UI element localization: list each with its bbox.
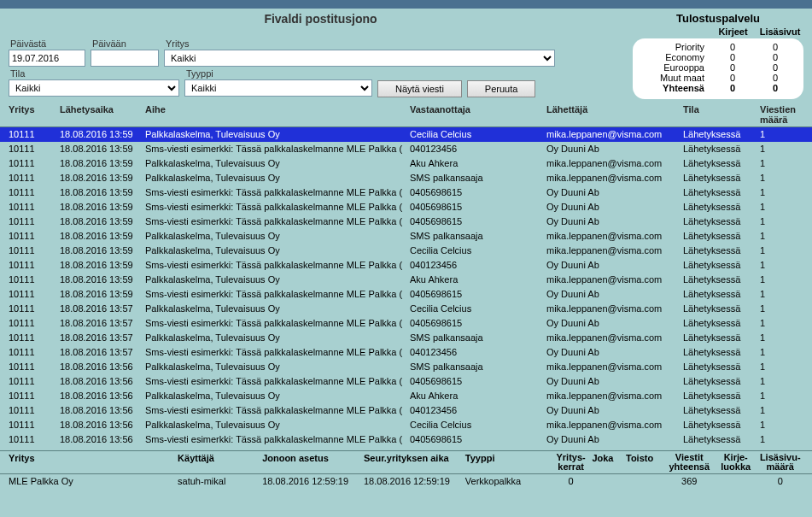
tp-label: Muut maat (640, 73, 711, 83)
cell-maara: 1 (760, 142, 794, 156)
cell-tila: Lähetyksessä (683, 185, 760, 200)
paivaan-input[interactable] (91, 50, 159, 67)
table-row[interactable]: 1011118.08.2016 13:59Palkkalaskelma, Tul… (0, 156, 812, 171)
cell-vastaanottaja: Cecilia Celcius (410, 418, 546, 432)
cell-vastaanottaja: Cecilia Celcius (410, 127, 546, 142)
tyyppi-label: Tyyppi (184, 68, 372, 79)
cell-aihe: Palkkalaskelma, Tulevaisuus Oy (145, 127, 410, 142)
yritys-select[interactable]: Kaikki (164, 50, 555, 67)
nayta-viesti-button[interactable]: Näytä viesti (377, 80, 462, 97)
summary-row[interactable]: MLE Palkka Oy satuh-mikal 18.08.2016 12:… (0, 474, 812, 488)
tp-kirjeet: 0 (711, 52, 754, 62)
cell-lahetys: 18.08.2016 13:59 (60, 273, 145, 287)
tila-select[interactable]: Kaikki (9, 79, 179, 97)
grid-body[interactable]: 1011118.08.2016 13:59Palkkalaskelma, Tul… (0, 127, 812, 447)
cell-lahettaja: mika.leppanen@visma.com (546, 418, 683, 432)
table-row[interactable]: 1011118.08.2016 13:59Palkkalaskelma, Tul… (0, 229, 812, 244)
tp-lisasivut: 0 (754, 42, 797, 52)
cell-yritys: 10111 (9, 389, 60, 403)
cell-aihe: Palkkalaskelma, Tulevaisuus Oy (145, 244, 410, 258)
tulostus-row: Economy00 (640, 52, 797, 62)
table-row[interactable]: 1011118.08.2016 13:59Sms-viesti esimerkk… (0, 142, 812, 156)
sr-yritys: MLE Palkka Oy (9, 476, 178, 486)
cell-lahettaja: mika.leppanen@visma.com (546, 156, 683, 171)
cell-yritys: 10111 (9, 200, 60, 214)
table-row[interactable]: 1011118.08.2016 13:59Palkkalaskelma, Tul… (0, 127, 812, 142)
table-row[interactable]: 1011118.08.2016 13:59Palkkalaskelma, Tul… (0, 273, 812, 287)
cell-yritys: 10111 (9, 418, 60, 432)
sr-toisto (626, 476, 664, 486)
cell-aihe: Sms-viesti esimerkki: Tässä palkkalaskel… (145, 345, 410, 360)
cell-yritys: 10111 (9, 185, 60, 200)
cell-maara: 1 (760, 287, 794, 302)
cell-lahetys: 18.08.2016 13:59 (60, 142, 145, 156)
table-row[interactable]: 1011118.08.2016 13:56Sms-viesti esimerkk… (0, 374, 812, 389)
cell-lahettaja: Oy Duuni Ab (546, 345, 683, 360)
cell-yritys: 10111 (9, 214, 60, 229)
sr-seur: 18.08.2016 12:59:19 (364, 476, 465, 486)
table-row[interactable]: 1011118.08.2016 13:56Palkkalaskelma, Tul… (0, 360, 812, 374)
tp-lisasivut: 0 (754, 73, 797, 83)
cell-yritys: 10111 (9, 403, 60, 418)
cell-maara: 1 (760, 331, 794, 345)
cell-aihe: Sms-viesti esimerkki: Tässä palkkalaskel… (145, 214, 410, 229)
cell-tila: Lähetyksessä (683, 127, 760, 142)
cell-aihe: Sms-viesti esimerkki: Tässä palkkalaskel… (145, 432, 410, 447)
table-row[interactable]: 1011118.08.2016 13:57Sms-viesti esimerkk… (0, 345, 812, 360)
cell-lahettaja: Oy Duuni Ab (546, 287, 683, 302)
cell-lahetys: 18.08.2016 13:59 (60, 156, 145, 171)
cell-tila: Lähetyksessä (683, 273, 760, 287)
cell-tila: Lähetyksessä (683, 302, 760, 316)
cell-aihe: Palkkalaskelma, Tulevaisuus Oy (145, 389, 410, 403)
table-row[interactable]: 1011118.08.2016 13:56Sms-viesti esimerkk… (0, 403, 812, 418)
tyyppi-select[interactable]: Kaikki (184, 79, 372, 97)
cell-vastaanottaja: 0405698615 (410, 432, 546, 447)
cell-vastaanottaja: 0405698615 (410, 287, 546, 302)
cell-vastaanottaja: 0405698615 (410, 214, 546, 229)
table-row[interactable]: 1011118.08.2016 13:59Sms-viesti esimerkk… (0, 200, 812, 214)
cell-lahetys: 18.08.2016 13:56 (60, 360, 145, 374)
cell-yritys: 10111 (9, 127, 60, 142)
table-row[interactable]: 1011118.08.2016 13:59Palkkalaskelma, Tul… (0, 244, 812, 258)
table-row[interactable]: 1011118.08.2016 13:59Palkkalaskelma, Tul… (0, 171, 812, 185)
cell-lahettaja: Oy Duuni Ab (546, 374, 683, 389)
cell-tila: Lähetyksessä (683, 345, 760, 360)
paivasta-input[interactable] (9, 50, 85, 67)
cell-vastaanottaja: 0405698615 (410, 185, 546, 200)
cell-maara: 1 (760, 214, 794, 229)
cell-vastaanottaja: 0405698615 (410, 316, 546, 331)
cell-tila: Lähetyksessä (683, 389, 760, 403)
col-lisasivut: Lisäsivut (757, 26, 803, 37)
col-yritys: Yritys (9, 104, 60, 125)
table-row[interactable]: 1011118.08.2016 13:59Sms-viesti esimerkk… (0, 185, 812, 200)
table-row[interactable]: 1011118.08.2016 13:56Palkkalaskelma, Tul… (0, 418, 812, 432)
cell-aihe: Sms-viesti esimerkki: Tässä palkkalaskel… (145, 258, 410, 273)
cell-lahettaja: mika.leppanen@visma.com (546, 171, 683, 185)
cell-lahetys: 18.08.2016 13:59 (60, 200, 145, 214)
col-kirjeet: Kirjeet (710, 26, 757, 37)
table-row[interactable]: 1011118.08.2016 13:59Sms-viesti esimerkk… (0, 214, 812, 229)
tulostus-row: Muut maat00 (640, 73, 797, 83)
cell-maara: 1 (760, 432, 794, 447)
cell-lahettaja: mika.leppanen@visma.com (546, 273, 683, 287)
cell-yritys: 10111 (9, 331, 60, 345)
cell-aihe: Sms-viesti esimerkki: Tässä palkkalaskel… (145, 200, 410, 214)
table-row[interactable]: 1011118.08.2016 13:59Sms-viesti esimerkk… (0, 287, 812, 302)
peruuta-button[interactable]: Peruuta (467, 80, 536, 97)
tila-label: Tila (9, 68, 179, 79)
cell-aihe: Palkkalaskelma, Tulevaisuus Oy (145, 360, 410, 374)
table-row[interactable]: 1011118.08.2016 13:57Sms-viesti esimerkk… (0, 316, 812, 331)
cell-tila: Lähetyksessä (683, 171, 760, 185)
cell-vastaanottaja: SMS palkansaaja (410, 171, 546, 185)
table-row[interactable]: 1011118.08.2016 13:57Palkkalaskelma, Tul… (0, 331, 812, 345)
cell-tila: Lähetyksessä (683, 258, 760, 273)
cell-maara: 1 (760, 273, 794, 287)
col-maara: Viestien määrä (760, 104, 794, 125)
table-row[interactable]: 1011118.08.2016 13:56Palkkalaskelma, Tul… (0, 389, 812, 403)
table-row[interactable]: 1011118.08.2016 13:57Palkkalaskelma, Tul… (0, 302, 812, 316)
table-row[interactable]: 1011118.08.2016 13:56Sms-viesti esimerkk… (0, 432, 812, 447)
tp-label: Yhteensä (640, 83, 711, 93)
table-row[interactable]: 1011118.08.2016 13:59Sms-viesti esimerkk… (0, 258, 812, 273)
tp-lisasivut: 0 (754, 52, 797, 62)
cell-yritys: 10111 (9, 273, 60, 287)
